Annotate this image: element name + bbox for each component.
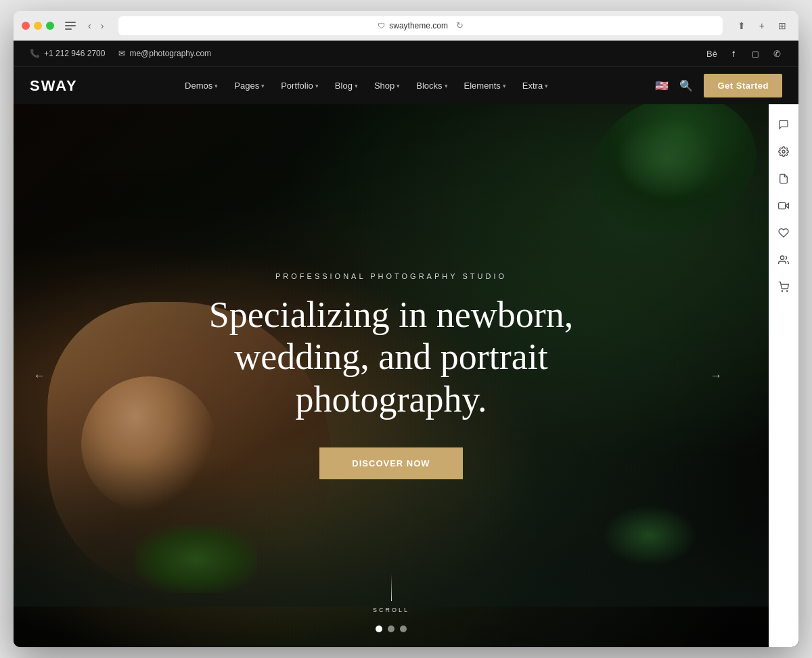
hero-title: Specializing in newborn, wedding, and po…: [154, 294, 628, 420]
language-flag[interactable]: 🇺🇸: [655, 79, 669, 92]
hero-content: PROFESSIONAL PHOTOGRAPHY STUDIO Speciali…: [14, 104, 769, 647]
reload-icon[interactable]: ↻: [456, 20, 464, 30]
traffic-lights: [22, 22, 54, 30]
slider-dots: [376, 626, 407, 632]
website-content: 📞 +1 212 946 2700 ✉ me@photography.com B…: [14, 41, 798, 647]
get-started-button[interactable]: Get Started: [704, 74, 782, 97]
hero-subtitle: PROFESSIONAL PHOTOGRAPHY STUDIO: [275, 272, 507, 280]
nav-item-demos[interactable]: Demos ▾: [178, 76, 225, 95]
svg-point-5: [787, 290, 788, 291]
traffic-light-maximize[interactable]: [46, 22, 54, 30]
top-bar-left: 📞 +1 212 946 2700 ✉ me@photography.com: [30, 49, 211, 58]
scroll-line: [390, 574, 391, 601]
phone-number: +1 212 946 2700: [44, 49, 105, 58]
cart-tool[interactable]: [771, 275, 796, 299]
site-logo[interactable]: SWAY: [30, 77, 78, 95]
nav-label-demos: Demos: [185, 81, 212, 91]
discover-now-button[interactable]: Discover Now: [319, 447, 462, 479]
right-sidebar: [769, 104, 798, 647]
svg-rect-2: [779, 202, 786, 209]
nav-label-blog: Blog: [335, 81, 353, 91]
back-button[interactable]: ‹: [84, 18, 95, 34]
new-tab-button[interactable]: +: [755, 18, 769, 34]
chevron-down-icon: ▾: [215, 83, 218, 89]
chevron-down-icon: ▾: [315, 83, 319, 89]
browser-toolbar: ‹ › 🛡 swaytheme.com ↻ ⬆ + ⊞: [14, 11, 798, 41]
svg-marker-1: [786, 204, 789, 209]
phone-icon: 📞: [30, 49, 40, 58]
phone-contact: 📞 +1 212 946 2700: [30, 49, 105, 58]
nav-item-blog[interactable]: Blog ▾: [328, 76, 365, 95]
chevron-down-icon: ▾: [503, 83, 506, 89]
facebook-icon[interactable]: f: [728, 48, 739, 59]
hero-section: PROFESSIONAL PHOTOGRAPHY STUDIO Speciali…: [14, 104, 798, 647]
scroll-text: SCROLL: [373, 607, 409, 613]
chevron-down-icon: ▾: [445, 83, 448, 89]
video-tool[interactable]: [771, 194, 796, 218]
slider-dot-2[interactable]: [388, 626, 394, 632]
chevron-down-icon: ▾: [397, 83, 400, 89]
search-button[interactable]: 🔍: [677, 76, 696, 95]
nav-item-portfolio[interactable]: Portfolio ▾: [274, 76, 325, 95]
nav-label-portfolio: Portfolio: [281, 81, 313, 91]
whatsapp-icon[interactable]: ✆: [771, 48, 782, 59]
security-icon: 🛡: [378, 22, 385, 30]
forward-button[interactable]: ›: [97, 18, 108, 34]
main-nav: SWAY Demos ▾ Pages ▾ Portfolio ▾ Blog ▾: [14, 66, 798, 104]
chevron-down-icon: ▾: [261, 83, 265, 89]
nav-item-shop[interactable]: Shop ▾: [367, 76, 407, 95]
tab-overview-button[interactable]: ⊞: [774, 18, 790, 34]
document-tool[interactable]: [771, 167, 796, 191]
slider-dot-3[interactable]: [400, 626, 407, 632]
sidebar-toggle-icon[interactable]: [65, 22, 76, 30]
browser-actions: ⬆ + ⊞: [734, 18, 790, 34]
top-bar: 📞 +1 212 946 2700 ✉ me@photography.com B…: [14, 41, 798, 66]
nav-item-elements[interactable]: Elements ▾: [457, 76, 513, 95]
email-contact: ✉ me@photography.com: [118, 49, 211, 58]
top-bar-right: Bē f ◻ ✆: [706, 48, 782, 59]
email-icon: ✉: [118, 49, 125, 58]
nav-right: 🇺🇸 🔍 Get Started: [655, 74, 782, 97]
nav-item-extra[interactable]: Extra ▾: [516, 76, 555, 95]
nav-label-blocks: Blocks: [416, 81, 442, 91]
svg-point-4: [782, 290, 782, 291]
traffic-light-minimize[interactable]: [34, 22, 42, 30]
nav-label-pages: Pages: [234, 81, 259, 91]
nav-item-blocks[interactable]: Blocks ▾: [409, 76, 454, 95]
chat-tool[interactable]: [771, 112, 796, 137]
settings-tool[interactable]: [771, 139, 796, 164]
scroll-indicator: SCROLL: [373, 574, 409, 613]
slider-arrow-left[interactable]: ←: [27, 364, 51, 388]
svg-point-0: [782, 150, 785, 153]
wishlist-tool[interactable]: [771, 221, 796, 245]
share-button[interactable]: ⬆: [734, 18, 750, 34]
slider-arrow-right[interactable]: →: [704, 364, 728, 388]
hero-content-wrapper: PROFESSIONAL PHOTOGRAPHY STUDIO Speciali…: [14, 104, 769, 647]
nav-label-shop: Shop: [374, 81, 394, 91]
nav-label-extra: Extra: [522, 81, 543, 91]
instagram-icon[interactable]: ◻: [750, 48, 761, 59]
chevron-down-icon: ▾: [545, 83, 548, 89]
svg-point-3: [780, 256, 784, 259]
slider-dot-1[interactable]: [376, 626, 382, 632]
chevron-down-icon: ▾: [355, 83, 358, 89]
behance-icon[interactable]: Bē: [706, 48, 717, 59]
address-bar[interactable]: 🛡 swaytheme.com ↻: [118, 16, 722, 35]
browser-nav-arrows: ‹ ›: [84, 18, 108, 34]
nav-menu: Demos ▾ Pages ▾ Portfolio ▾ Blog ▾ Shop: [178, 76, 555, 95]
account-tool[interactable]: [771, 248, 796, 272]
email-address: me@photography.com: [129, 49, 211, 58]
browser-window: ‹ › 🛡 swaytheme.com ↻ ⬆ + ⊞ 📞 +1 212 946…: [14, 11, 798, 647]
traffic-light-close[interactable]: [22, 22, 30, 30]
url-text: swaytheme.com: [389, 21, 448, 30]
nav-label-elements: Elements: [464, 81, 501, 91]
nav-item-pages[interactable]: Pages ▾: [227, 76, 271, 95]
